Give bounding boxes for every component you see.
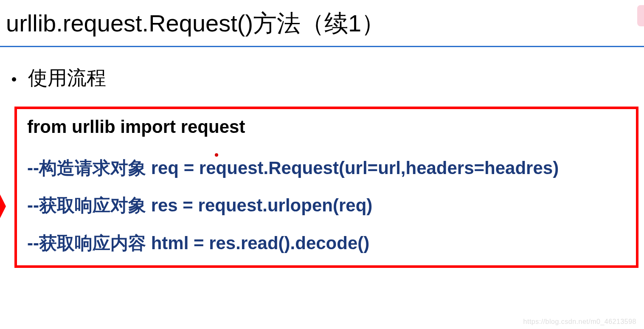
arrow-icon <box>0 194 6 218</box>
decoration-corner <box>637 5 644 26</box>
code-step-1: --构造请求对象 req = request.Request(url=url,h… <box>27 157 632 180</box>
page-title: urllib.request.Request()方法（续1） <box>0 0 644 46</box>
annotation-dot-icon <box>215 153 218 157</box>
code-import-line: from urllib import request <box>27 116 632 138</box>
bullet-row: 使用流程 <box>0 47 644 91</box>
code-step-3: --获取响应内容 html = res.read().decode() <box>27 232 632 255</box>
bullet-label: 使用流程 <box>28 65 106 91</box>
code-box: from urllib import request --构造请求对象 req … <box>14 107 638 268</box>
watermark-text: https://blog.csdn.net/m0_46213598 <box>523 318 636 326</box>
code-step-2: --获取响应对象 res = request.urlopen(req) <box>27 194 632 217</box>
bullet-dot-icon <box>12 77 16 82</box>
